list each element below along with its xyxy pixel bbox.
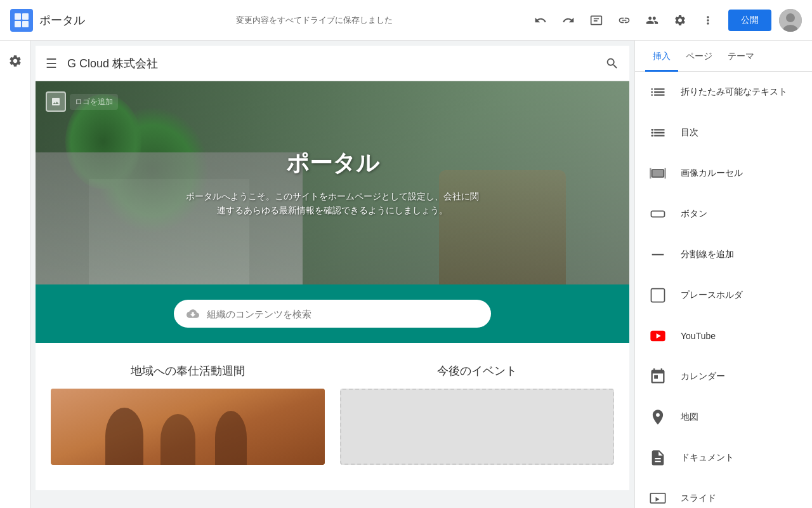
placeholder-icon	[645, 283, 671, 308]
svg-rect-0	[10, 9, 33, 32]
avatar	[779, 9, 802, 32]
hero-subtitle: ポータルへようこそ。このサイトをホームページとして設定し、会社に関連するあらゆる…	[184, 189, 481, 218]
hero-title: ポータル	[184, 148, 481, 179]
panel-tabs: 挿入 ページ テーマ	[635, 41, 812, 72]
collapse-text-icon	[645, 79, 671, 105]
content-image-2	[340, 389, 614, 465]
panel-item-slides[interactable]: スライド	[635, 478, 812, 508]
left-settings-panel	[0, 41, 30, 508]
topbar: ポータル 変更内容をすべてドライブに保存しました 公開	[0, 0, 812, 41]
topbar-actions: 公開	[528, 8, 802, 33]
logo-placeholder-text[interactable]: ロゴを追加	[70, 94, 118, 110]
panel-item-divider-label: 分割線を追加	[681, 249, 734, 260]
divider-icon	[645, 242, 671, 267]
panel-item-calendar[interactable]: カレンダー	[635, 356, 812, 397]
redo-icon	[562, 14, 575, 27]
search-box	[174, 300, 491, 328]
panel-item-carousel-label: 画像カルーセル	[681, 168, 743, 179]
button-icon	[645, 201, 671, 227]
panel-item-carousel[interactable]: 画像カルーセル	[635, 153, 812, 194]
tab-page[interactable]: ページ	[678, 41, 720, 72]
tab-theme[interactable]: テーマ	[720, 41, 762, 72]
panel-item-document-label: ドキュメント	[681, 452, 734, 464]
link-icon	[618, 14, 631, 27]
more-button[interactable]	[695, 8, 721, 33]
page-settings-button[interactable]	[3, 48, 28, 74]
save-status: 変更内容をすべてドライブに保存しました	[100, 15, 528, 26]
redo-button[interactable]	[556, 8, 581, 33]
content-col-1-title: 地域への奉仕活動週間	[51, 363, 325, 378]
svg-point-10	[652, 135, 653, 137]
search-section	[36, 284, 629, 343]
link-button[interactable]	[612, 8, 637, 33]
app-logo-icon	[10, 9, 33, 32]
panel-item-collapse-text-label: 折りたたみ可能なテキスト	[681, 86, 787, 98]
panel-item-document[interactable]: ドキュメント	[635, 438, 812, 478]
panel-item-slides-label: スライド	[681, 493, 716, 504]
panel-item-button[interactable]: ボタン	[635, 194, 812, 234]
publish-button[interactable]: 公開	[728, 10, 771, 31]
app-title: ポータル	[39, 13, 85, 28]
panel-item-collapse-text[interactable]: 折りたたみ可能なテキスト	[635, 72, 812, 112]
svg-rect-2	[22, 13, 29, 20]
panel-item-button-label: ボタン	[681, 208, 707, 220]
panel-item-divider[interactable]: 分割線を追加	[635, 234, 812, 275]
document-icon	[645, 445, 671, 471]
search-icon	[605, 57, 619, 70]
panel-item-toc-label: 目次	[681, 127, 698, 138]
panel-item-placeholder[interactable]: プレースホルダ	[635, 275, 812, 316]
content-col-2: 今後のイベント	[340, 363, 614, 465]
svg-rect-13	[652, 289, 665, 302]
hamburger-icon[interactable]: ☰	[46, 56, 57, 71]
search-teal-icon	[187, 307, 199, 320]
svg-rect-12	[652, 211, 665, 217]
carousel-icon	[645, 161, 671, 186]
panel-item-map[interactable]: 地図	[635, 397, 812, 438]
undo-button[interactable]	[528, 8, 553, 33]
content-section: 地域への奉仕活動週間 今後のイベント	[36, 343, 629, 485]
page-content: ☰ G Cloud 株式会社 ロゴを追加	[36, 46, 629, 490]
panel-item-youtube[interactable]: YouTube	[635, 316, 812, 356]
toc-icon	[645, 120, 671, 145]
cloud-search-icon	[187, 307, 199, 320]
site-name: G Cloud 株式会社	[67, 56, 605, 71]
search-input[interactable]	[207, 309, 478, 319]
app-logo: ポータル	[10, 9, 85, 32]
hero-section: ロゴを追加 ポータル ポータルへようこそ。このサイトをホームページとして設定し、…	[36, 81, 629, 284]
avatar-image	[779, 9, 802, 32]
image-icon	[51, 97, 61, 107]
settings-button[interactable]	[667, 8, 693, 33]
preview-button[interactable]	[584, 8, 609, 33]
panel-item-calendar-label: カレンダー	[681, 371, 725, 382]
hero-logo-area: ロゴを追加	[46, 91, 118, 112]
header-search-icon[interactable]	[605, 57, 619, 70]
content-col-2-title: 今後のイベント	[340, 363, 614, 378]
more-icon	[702, 14, 714, 27]
svg-rect-4	[22, 21, 29, 27]
gear-icon	[674, 14, 686, 27]
slides-icon	[645, 486, 671, 508]
share-button[interactable]	[639, 8, 665, 33]
map-icon	[645, 404, 671, 430]
undo-icon	[534, 14, 547, 27]
panel-item-toc[interactable]: 目次	[635, 112, 812, 153]
share-icon	[646, 14, 658, 27]
panel-item-map-label: 地図	[681, 411, 698, 423]
logo-box[interactable]	[46, 91, 66, 112]
hero-content: ポータル ポータルへようこそ。このサイトをホームページとして設定し、会社に関連す…	[184, 148, 481, 218]
tab-insert[interactable]: 挿入	[645, 41, 678, 72]
youtube-icon	[645, 323, 671, 349]
svg-point-8	[652, 129, 653, 131]
content-col-1: 地域への奉仕活動週間	[51, 363, 325, 465]
svg-rect-3	[15, 21, 21, 27]
content-image-1	[51, 389, 325, 465]
site-header: ☰ G Cloud 株式会社	[36, 46, 629, 81]
svg-rect-1	[15, 13, 21, 20]
settings-icon	[8, 54, 22, 68]
svg-point-9	[652, 132, 653, 134]
main-layout: ☰ G Cloud 株式会社 ロゴを追加	[0, 41, 812, 508]
panel-item-placeholder-label: プレースホルダ	[681, 290, 743, 301]
panel-item-youtube-label: YouTube	[681, 331, 716, 341]
svg-point-6	[786, 13, 795, 22]
calendar-icon	[645, 364, 671, 389]
